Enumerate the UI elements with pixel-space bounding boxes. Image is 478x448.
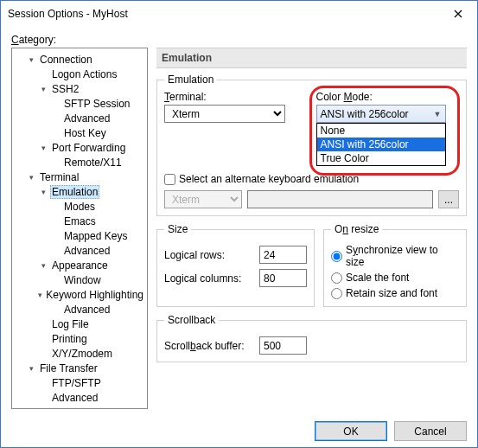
size-group: Size Logical rows: Logical columns:: [156, 223, 315, 307]
chevron-down-icon: ▾: [26, 54, 36, 65]
alt-keyboard-select: Xterm: [164, 190, 242, 208]
tree-item-ssh2-advanced[interactable]: Advanced: [14, 111, 145, 125]
session-options-dialog: Session Options - MyHost Category: ▾Conn…: [0, 0, 478, 448]
tree-item-connection[interactable]: ▾Connection: [14, 52, 145, 67]
retain-size-radio[interactable]: [331, 288, 342, 299]
sync-view-radio[interactable]: [331, 251, 342, 262]
tree-item-appearance[interactable]: ▾Appearance: [14, 258, 145, 272]
emulation-legend: Emulation: [164, 74, 217, 86]
cancel-button[interactable]: Cancel: [394, 421, 467, 441]
dialog-buttons: OK Cancel: [1, 413, 477, 448]
onresize-group: On resize Synchronize view to size Scale…: [323, 223, 467, 307]
color-mode-dropdown-list[interactable]: None ANSI with 256color True Color: [316, 123, 446, 166]
chevron-down-icon: ▾: [26, 172, 36, 182]
alt-keyboard-label: Select an alternate keyboard emulation: [179, 173, 359, 185]
tree-item-logon-actions[interactable]: Logon Actions: [14, 67, 145, 81]
logical-rows-label: Logical rows:: [164, 249, 251, 261]
chevron-down-icon: ▾: [38, 290, 42, 300]
chevron-down-icon: ▼: [434, 110, 442, 118]
category-tree[interactable]: ▾Connection Logon Actions ▾SSH2 SFTP Ses…: [11, 48, 148, 409]
close-icon: [454, 10, 462, 18]
scrollback-input[interactable]: [259, 336, 307, 355]
tree-item-ft-advanced[interactable]: Advanced: [14, 390, 145, 405]
browse-button[interactable]: ...: [438, 190, 459, 208]
tree-item-emulation[interactable]: ▾Emulation: [14, 184, 145, 199]
settings-panel: Emulation Emulation Terminal: Xterm Colo…: [156, 48, 467, 409]
color-mode-option-truecolor[interactable]: True Color: [317, 151, 445, 165]
terminal-select[interactable]: Xterm: [164, 105, 285, 123]
logical-rows-input[interactable]: [259, 246, 307, 264]
logical-columns-input[interactable]: [259, 269, 307, 287]
retain-size-label: Retain size and font: [346, 287, 437, 299]
chevron-down-icon: ▾: [26, 363, 36, 374]
tree-item-emacs[interactable]: Emacs: [14, 214, 145, 228]
scale-font-radio[interactable]: [331, 272, 342, 284]
tree-item-kh-advanced[interactable]: Advanced: [14, 302, 145, 317]
scale-font-label: Scale the font: [346, 272, 409, 284]
chevron-down-icon: ▾: [38, 143, 48, 153]
tree-item-mapped-keys[interactable]: Mapped Keys: [14, 228, 145, 243]
alt-keyboard-path: [247, 190, 433, 208]
scrollback-label: Scrollback buffer:: [164, 340, 251, 352]
tree-item-port-forwarding[interactable]: ▾Port Forwarding: [14, 140, 145, 155]
tree-item-host-key[interactable]: Host Key: [14, 125, 145, 140]
sync-view-label: Synchronize view to size: [346, 244, 459, 268]
onresize-legend: On resize: [331, 223, 382, 235]
tree-item-log-file[interactable]: Log File: [14, 317, 145, 331]
close-button[interactable]: [438, 1, 477, 27]
ok-button[interactable]: OK: [315, 421, 387, 441]
scrollback-group: Scrollback Scrollback buffer:: [156, 314, 467, 362]
color-mode-value: ANSI with 256color: [321, 108, 409, 120]
tree-item-emulation-advanced[interactable]: Advanced: [14, 243, 145, 258]
tree-item-window[interactable]: Window: [14, 272, 145, 287]
size-legend: Size: [164, 223, 191, 235]
chevron-down-icon: ▾: [38, 84, 48, 94]
color-mode-option-none[interactable]: None: [317, 124, 445, 138]
color-mode-select[interactable]: ANSI with 256color ▼: [316, 105, 446, 123]
ellipsis-icon: ...: [444, 194, 453, 206]
terminal-label: Terminal:: [164, 91, 308, 103]
panel-heading: Emulation: [156, 48, 467, 68]
logical-columns-label: Logical columns:: [164, 272, 251, 285]
titlebar[interactable]: Session Options - MyHost: [1, 1, 477, 27]
tree-item-xyzmodem[interactable]: X/Y/Zmodem: [14, 346, 145, 361]
tree-item-keyword-highlighting[interactable]: ▾Keyword Highlighting: [14, 287, 145, 302]
color-mode-option-ansi256[interactable]: ANSI with 256color: [317, 138, 445, 151]
tree-item-ftp-sftp[interactable]: FTP/SFTP: [14, 375, 145, 390]
tree-item-ssh2[interactable]: ▾SSH2: [14, 81, 145, 96]
category-label: Category:: [11, 34, 467, 46]
color-mode-label: Color Mode:: [316, 91, 460, 103]
tree-item-file-transfer[interactable]: ▾File Transfer: [14, 361, 145, 375]
tree-item-modes[interactable]: Modes: [14, 199, 145, 214]
chevron-down-icon: ▾: [38, 260, 48, 271]
alt-keyboard-checkbox[interactable]: [164, 174, 175, 185]
tree-item-printing[interactable]: Printing: [14, 331, 145, 346]
tree-item-sftp-session[interactable]: SFTP Session: [14, 96, 145, 111]
chevron-down-icon: ▾: [38, 187, 48, 197]
window-title: Session Options - MyHost: [8, 8, 438, 20]
scrollback-legend: Scrollback: [164, 314, 219, 326]
emulation-group: Emulation Terminal: Xterm Color Mode:: [156, 74, 467, 216]
tree-item-remote-x11[interactable]: Remote/X11: [14, 155, 145, 170]
tree-item-terminal[interactable]: ▾Terminal: [14, 170, 145, 184]
